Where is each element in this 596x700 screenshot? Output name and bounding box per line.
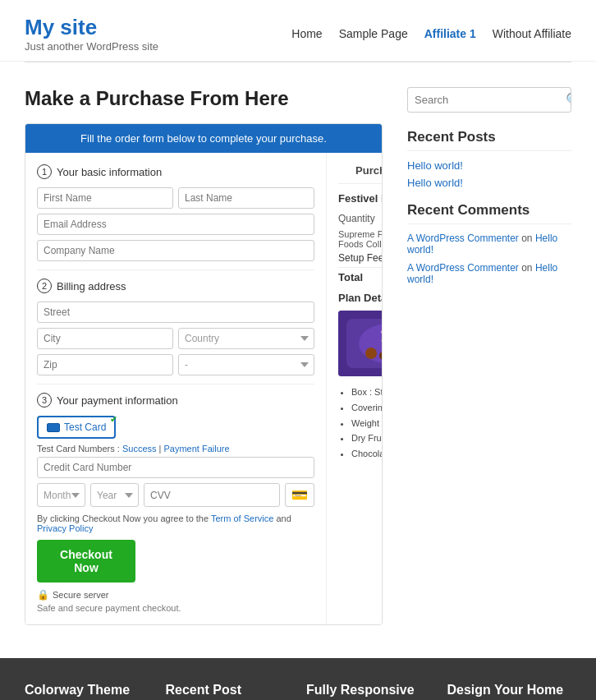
email-row [37,214,314,235]
line-item-row: Supreme Festival Foods Collection x 1 $1… [338,229,383,249]
failure-link[interactable]: Payment Failure [164,444,230,454]
credit-card-row [37,457,314,478]
street-row [37,302,314,323]
footer-col3: Fully Responsive Colorway is a unique re… [306,683,431,700]
secure-text: Safe and secure payment checkout. [37,603,314,613]
form-left: 1 Your basic information [25,153,327,624]
country-select[interactable]: Country [178,328,314,349]
check-icon: ✔ [110,414,117,425]
plan-features-list: Box : Steel Covering : Tin Weight : 250g… [338,385,383,461]
product-svg: Cadbury Celebrations [338,311,383,376]
success-link[interactable]: Success [122,444,157,454]
header: My site Just another WordPress site Home… [0,0,596,62]
divider1 [37,269,314,270]
name-row [37,187,314,209]
recent-posts-title: Recent Posts [407,129,571,151]
quantity-row: Quantity 1 [338,211,383,226]
nav-affiliate1[interactable]: Affiliate 1 [424,27,476,40]
footer-main: Colorway Theme Footer is widgetized. To … [0,658,596,700]
city-input[interactable] [37,328,173,349]
footer-col1: Colorway Theme Footer is widgetized. To … [25,683,149,700]
card-icon [47,423,60,432]
purchase-form-container: Fill the order form below to complete yo… [25,123,383,625]
zip-row: - [37,354,314,375]
nav-home[interactable]: Home [291,27,322,40]
total-label: Total [338,271,363,283]
section2-title: 2 Billing address [37,279,314,293]
recent-comments-title: Recent Comments [407,202,571,224]
test-card-label: Test Card [64,421,106,433]
footer-col1-title: Colorway Theme [25,683,149,698]
product-name: Festivel Food [338,192,383,205]
svg-text:Celebrations: Celebrations [381,338,383,343]
site-title: My site [25,15,158,40]
recent-post-1[interactable]: Hello world! [407,159,571,172]
search-input[interactable] [408,89,559,111]
section3-num: 3 [37,393,52,408]
plan-details-title: Plan Details [338,292,383,304]
section2-num: 2 [37,279,52,293]
form-header: Fill the order form below to complete yo… [25,124,382,153]
footer-col2-title: Recent Post [166,683,291,698]
secure-server-row: 🔒 Secure server [37,589,314,601]
tos-link[interactable]: Term of Service [211,513,273,523]
plan-feature-4: Dry Fruits : 30 Varieties [351,431,383,446]
divider2 [37,384,314,385]
main-nav: Home Sample Page Affiliate 1 Without Aff… [291,27,571,40]
nav-without-affiliate[interactable]: Without Affiliate [493,27,571,40]
main-content: Make a Purchase From Here Fill the order… [0,62,596,642]
section1-label: Your basic information [57,166,162,178]
total-row: Total $110.00 [338,267,383,283]
comment-author-1[interactable]: A WordPress Commenter [407,233,519,244]
plan-feature-5: Chocolates : 20 Sets [351,446,383,462]
quantity-label: Quantity [338,213,375,224]
purchase-details-title: Purchase Details [338,164,383,184]
search-box: 🔍 [407,87,571,113]
purchase-details: Purchase Details Festivel Food Quantity … [327,153,383,624]
year-select[interactable]: Year [90,483,139,507]
comment-on-1: on [521,233,532,244]
card-type-icon: 💳 [285,483,314,507]
firstname-input[interactable] [37,187,173,209]
month-select[interactable]: Month [37,483,85,507]
lastname-input[interactable] [178,187,314,209]
site-tagline: Just another WordPress site [25,40,158,53]
recent-post-2[interactable]: Hello world! [407,177,571,189]
terms-text: By clicking Checkout Now you agree to th… [37,513,314,533]
content-area: Make a Purchase From Here Fill the order… [25,87,383,625]
email-input[interactable] [37,214,314,235]
cvv-row: Month Year 💳 [37,483,314,507]
setup-fee-label: Setup Fee [338,252,383,264]
cvv-input[interactable] [144,483,280,507]
section3-label: Your payment information [57,394,178,407]
checkout-button[interactable]: Checkout Now [37,540,135,583]
footer-col3-title: Fully Responsive [306,683,431,698]
section3-title: 3 Your payment information [37,393,314,408]
street-input[interactable] [37,302,314,323]
privacy-link[interactable]: Privacy Policy [37,523,93,533]
plan-feature-1: Box : Steel [351,385,383,400]
company-input[interactable] [37,240,314,261]
form-body: 1 Your basic information [25,153,382,624]
setup-fee-row: Setup Fee $10.00 [338,252,383,264]
section1-num: 1 [37,164,52,179]
footer-col2: Recent Post Worth A Thousand Words Categ… [166,683,291,700]
plan-feature-2: Covering : Tin [351,400,383,416]
nav-sample[interactable]: Sample Page [339,27,408,40]
search-button[interactable]: 🔍 [559,88,571,112]
comment-author-2[interactable]: A WordPress Commenter [407,262,519,274]
footer-col4: Design Your Home Express your creativity… [447,683,572,700]
comment-on-2: on [521,262,532,274]
zip-extra-select[interactable]: - [178,354,314,375]
zip-input[interactable] [37,354,173,375]
site-brand: My site Just another WordPress site [25,15,158,53]
test-card-button[interactable]: Test Card ✔ [37,416,116,439]
credit-card-input[interactable] [37,457,314,478]
comment-1: A WordPress Commenter on Hello world! [407,233,571,256]
page-title: Make a Purchase From Here [25,87,383,110]
plan-feature-3: Weight : 250gm [351,416,383,431]
city-country-row: Country [37,328,314,349]
secure-server-label: Secure server [53,590,108,600]
section1-title: 1 Your basic information [37,164,314,179]
section2-label: Billing address [57,280,126,292]
